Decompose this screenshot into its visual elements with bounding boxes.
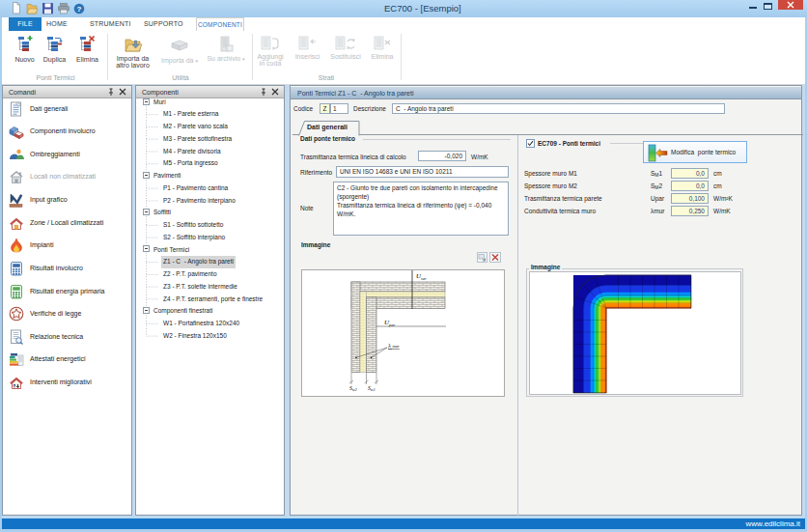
svg-text:Sw1: Sw1 xyxy=(368,385,376,392)
svg-text:?: ? xyxy=(77,5,82,14)
svg-text:Sw2: Sw2 xyxy=(349,385,357,392)
svg-text:λ mur: λ mur xyxy=(387,342,400,349)
